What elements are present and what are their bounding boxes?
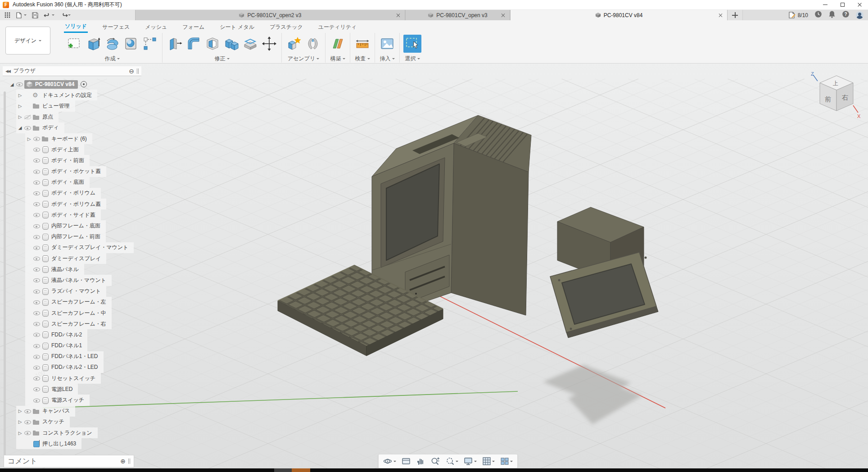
- inspect-group-label[interactable]: 検査: [355, 55, 370, 63]
- tree-row[interactable]: ラズパイ・マウント: [25, 286, 106, 297]
- expand-arrow-icon[interactable]: ◢: [8, 82, 16, 87]
- visibility-eye-icon[interactable]: [33, 353, 41, 360]
- tree-row[interactable]: 押し出し1463: [16, 438, 81, 449]
- tab-plastic[interactable]: プラスチック: [269, 22, 304, 32]
- visibility-eye-icon[interactable]: [33, 146, 41, 153]
- tree-row[interactable]: 電源スイッチ: [25, 395, 90, 405]
- visibility-eye-icon[interactable]: [33, 386, 41, 393]
- shell-button[interactable]: [204, 35, 221, 52]
- expand-arrow-icon[interactable]: ▷: [16, 104, 24, 109]
- tree-row[interactable]: ダミーディスプレイ・マウント: [25, 242, 134, 253]
- tree-row[interactable]: FDDパネル2: [25, 329, 87, 340]
- visibility-eye-icon[interactable]: [24, 124, 32, 132]
- visibility-eye-icon[interactable]: [33, 255, 41, 262]
- insert-group-label[interactable]: 挿入: [380, 55, 395, 63]
- new-tab-button[interactable]: [728, 10, 743, 20]
- tab-solid[interactable]: ソリッド: [64, 21, 88, 33]
- visibility-eye-icon[interactable]: [24, 418, 32, 426]
- assemble-group-label[interactable]: アセンブリ: [288, 55, 319, 63]
- taskbar-active-app-segment[interactable]: [292, 468, 310, 472]
- tab-form[interactable]: フォーム: [181, 22, 205, 32]
- visibility-eye-icon[interactable]: [33, 222, 41, 230]
- visibility-eye-icon[interactable]: [33, 244, 41, 251]
- visibility-eye-icon[interactable]: [33, 135, 41, 142]
- undo-icon[interactable]: [42, 11, 56, 20]
- joint-button[interactable]: [304, 35, 321, 52]
- tree-row[interactable]: 内部フレーム・底面: [25, 220, 106, 231]
- tree-row[interactable]: ▷ 原点: [16, 112, 59, 123]
- move-copy-button[interactable]: [261, 35, 278, 52]
- construction-plane-button[interactable]: [329, 35, 346, 52]
- revolve-button[interactable]: [104, 35, 121, 52]
- tree-row[interactable]: ダミーディスプレイ: [25, 253, 106, 264]
- tree-root-row[interactable]: ◢ PC-9801CV v84: [8, 79, 87, 90]
- expand-arrow-icon[interactable]: ▷: [16, 93, 24, 98]
- measure-button[interactable]: [354, 35, 371, 52]
- tree-row[interactable]: FDDパネル1・LED: [25, 351, 104, 362]
- document-tab-3-active[interactable]: PC-9801CV v84: [510, 10, 728, 20]
- app-grid-menu-icon[interactable]: [3, 11, 12, 20]
- recent-activity-icon[interactable]: [814, 10, 822, 20]
- tree-row[interactable]: 内部フレーム・前面: [25, 231, 106, 242]
- select-group-label[interactable]: 選択: [405, 55, 420, 63]
- tree-row[interactable]: リセットスイッチ: [25, 373, 101, 384]
- visibility-eye-icon[interactable]: [33, 277, 41, 284]
- help-icon[interactable]: ?: [842, 10, 850, 20]
- tree-row[interactable]: ▷ コンストラクション: [16, 427, 98, 438]
- tree-row[interactable]: スピーカフレーム・左: [25, 297, 112, 308]
- modify-group-label[interactable]: 修正: [215, 55, 230, 63]
- user-avatar[interactable]: [856, 11, 863, 19]
- expand-arrow-icon[interactable]: ▷: [16, 408, 24, 413]
- browser-scrollbar[interactable]: [4, 91, 6, 456]
- close-tab-icon[interactable]: [718, 13, 723, 18]
- workspace-selector[interactable]: デザイン: [5, 27, 50, 54]
- visibility-eye-icon[interactable]: [33, 288, 41, 295]
- visibility-eye-icon[interactable]: [33, 266, 41, 273]
- visibility-eye-icon[interactable]: [33, 190, 41, 197]
- visibility-eye-icon[interactable]: [24, 429, 32, 436]
- tree-row[interactable]: 液晶パネル・マウント: [25, 275, 112, 286]
- tree-row[interactable]: ▷ ビュー管理: [16, 100, 75, 111]
- fit-button[interactable]: [445, 457, 458, 466]
- visibility-eye-icon[interactable]: [33, 375, 41, 382]
- create-group-label[interactable]: 作成: [105, 55, 120, 63]
- visibility-eye-icon[interactable]: [33, 342, 41, 349]
- expand-arrow-icon[interactable]: ▷: [16, 419, 24, 424]
- tree-row[interactable]: スピーカフレーム・中: [25, 308, 112, 318]
- tree-row[interactable]: ボディ・ボリウム: [25, 188, 101, 199]
- visibility-eye-icon[interactable]: [33, 211, 41, 218]
- display-settings-button[interactable]: [464, 457, 477, 466]
- visibility-eye-icon[interactable]: [33, 168, 41, 175]
- add-comment-icon[interactable]: ⊕: [120, 458, 126, 465]
- combine-button[interactable]: [223, 35, 240, 52]
- tree-row[interactable]: スピーカフレーム・右: [25, 318, 112, 329]
- zoom-button[interactable]: [430, 457, 440, 466]
- tree-row[interactable]: ボディ・サイド蓋: [25, 209, 101, 220]
- taskbar-app-segment[interactable]: [274, 468, 292, 472]
- tab-mesh[interactable]: メッシュ: [144, 22, 168, 32]
- visibility-eye-icon[interactable]: [33, 320, 41, 327]
- notifications-bell-icon[interactable]: [828, 10, 836, 20]
- select-button[interactable]: [403, 35, 421, 53]
- maximize-button[interactable]: [834, 0, 851, 9]
- visibility-eye-icon[interactable]: [24, 113, 32, 121]
- viewports-button[interactable]: [500, 457, 513, 466]
- document-tab-2[interactable]: PC-9801CV_open v3: [405, 10, 510, 20]
- expand-arrow-icon[interactable]: ◢: [16, 125, 24, 130]
- visibility-eye-icon[interactable]: [33, 331, 41, 338]
- visibility-eye-icon[interactable]: [33, 299, 41, 306]
- grid-settings-button[interactable]: [482, 457, 495, 466]
- tab-surface[interactable]: サーフェス: [101, 22, 131, 32]
- tree-row[interactable]: ▷ ⚙ ドキュメントの設定: [16, 90, 97, 100]
- tab-sheet-metal[interactable]: シート メタル: [219, 22, 255, 32]
- comment-resize-grip[interactable]: [128, 458, 130, 464]
- tree-row[interactable]: 液晶パネル: [25, 264, 84, 275]
- close-tab-icon[interactable]: [396, 13, 400, 18]
- offset-face-button[interactable]: [242, 35, 259, 52]
- expand-arrow-icon[interactable]: ▷: [25, 136, 33, 141]
- tree-row[interactable]: ▷ スケッチ: [16, 417, 70, 427]
- visibility-eye-icon[interactable]: [16, 81, 24, 88]
- extrude-button[interactable]: [85, 35, 102, 52]
- collapse-panel-icon[interactable]: ◀◀: [5, 69, 10, 73]
- rectangular-pattern-button[interactable]: [141, 35, 158, 52]
